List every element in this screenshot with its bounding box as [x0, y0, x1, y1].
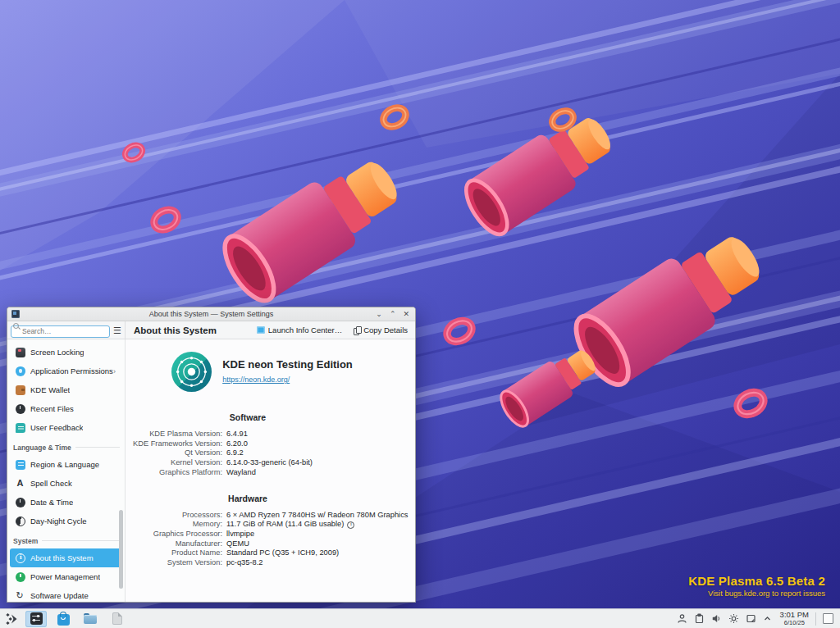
info-row: Graphics Processor:llvmpipe: [126, 530, 415, 539]
sidebar-item-region-language[interactable]: Region & Language: [10, 455, 122, 474]
close-icon[interactable]: ✕: [403, 310, 409, 318]
clipboard-tray-icon[interactable]: [694, 613, 705, 624]
date-time-icon: [16, 498, 25, 507]
region-language-icon: [16, 460, 25, 470]
sidebar-section-language-time: Language & Time: [7, 437, 125, 455]
distro-url-link[interactable]: https://neon.kde.org/: [222, 375, 290, 384]
page-title: About this System: [126, 325, 217, 335]
volume-tray-icon[interactable]: [711, 613, 722, 624]
taskbar-task-document[interactable]: [107, 611, 128, 627]
kde-neon-logo: [171, 352, 212, 392]
search-input[interactable]: [11, 325, 110, 338]
info-row: Kernel Version:6.14.0-33-generic (64-bit…: [126, 458, 415, 468]
show-desktop-button[interactable]: [823, 613, 833, 624]
application-launcher-icon[interactable]: [5, 612, 20, 626]
sidebar-item-power-management[interactable]: Power Management: [10, 567, 122, 586]
hardware-info-table: Processors:6 × AMD Ryzen 7 7840HS w/ Rad…: [126, 511, 415, 568]
info-row: Qt Version:6.9.2: [126, 448, 415, 458]
info-center-icon: [257, 326, 265, 334]
taskbar-divider: [815, 612, 816, 626]
info-circle-icon: [16, 553, 25, 563]
folder-icon: [84, 613, 97, 624]
software-section-title: Software: [126, 412, 370, 422]
hardware-section-title: Hardware: [126, 494, 370, 503]
memory-info-icon[interactable]: [347, 521, 354, 529]
distro-name: KDE neon Testing Edition: [222, 358, 353, 371]
sidebar-item-recent-files[interactable]: Recent Files: [10, 399, 122, 418]
about-content: KDE neon Testing Edition https://neon.kd…: [126, 339, 415, 602]
sidebar-scrollbar[interactable]: [119, 510, 123, 589]
day-night-icon: [16, 517, 25, 526]
info-row: Manufacturer:QEMU: [126, 539, 415, 549]
info-row: Memory: 11.7 GiB of RAM (11.4 GiB usable…: [126, 520, 415, 530]
document-icon: [112, 612, 122, 625]
sidebar-header: ☰: [7, 321, 126, 339]
feedback-bubble-icon: [16, 423, 25, 433]
maximize-icon[interactable]: ⌃: [390, 310, 396, 318]
beta-version-label: KDE Plasma 6.5 Beta 2: [688, 574, 825, 588]
sidebar-item-kde-wallet[interactable]: KDE Wallet: [10, 380, 122, 399]
info-row: Graphics Platform:Wayland: [126, 468, 415, 478]
hamburger-menu-icon[interactable]: ☰: [113, 326, 121, 334]
info-row: KDE Frameworks Version:6.20.0: [126, 439, 415, 449]
notifications-tray-icon[interactable]: [746, 613, 756, 624]
update-arrows-icon: [16, 591, 25, 601]
clock-date: 6/10/25: [780, 620, 809, 626]
clock-time: 3:01 PM: [780, 611, 809, 619]
info-row: Processors:6 × AMD Ryzen 7 7840HS w/ Rad…: [126, 511, 415, 521]
taskbar: 3:01 PM 6/10/25: [0, 608, 840, 628]
info-row: Product Name:Standard PC (Q35 + ICH9, 20…: [126, 548, 415, 558]
copy-details-button[interactable]: Copy Details: [354, 325, 408, 334]
sidebar-item-spell-check[interactable]: Spell Check: [10, 474, 122, 493]
software-info-table: KDE Plasma Version:6.4.91 KDE Frameworks…: [126, 430, 415, 478]
digital-clock[interactable]: 3:01 PM 6/10/25: [780, 611, 809, 626]
desktop: KDE Plasma 6.5 Beta 2 Visit bugs.kde.org…: [0, 0, 840, 628]
window-toolbar: ☰ About this System Launch Info Center… …: [7, 321, 415, 339]
taskbar-task-system-settings[interactable]: [25, 611, 47, 627]
sidebar-item-day-night-cycle[interactable]: Day-Night Cycle: [10, 512, 122, 530]
brightness-tray-icon[interactable]: [728, 613, 739, 624]
info-row: KDE Plasma Version:6.4.91: [126, 430, 415, 439]
launch-info-center-button[interactable]: Launch Info Center…: [257, 325, 342, 334]
taskbar-task-discover[interactable]: [52, 611, 74, 627]
screen-locking-icon: [16, 348, 25, 357]
copy-icon: [354, 326, 360, 334]
window-titlebar[interactable]: About this System — System Settings ⌄ ⌃ …: [7, 307, 415, 321]
shield-icon: [16, 366, 25, 376]
power-icon: [16, 572, 25, 582]
sidebar-item-date-time[interactable]: Date & Time: [10, 493, 122, 512]
wallet-icon: [16, 385, 25, 395]
system-settings-window: About this System — System Settings ⌄ ⌃ …: [7, 307, 416, 603]
sidebar-item-screen-locking[interactable]: Screen Locking: [10, 343, 122, 362]
user-tray-icon[interactable]: [677, 613, 687, 624]
info-row: System Version:pc-q35-8.2: [126, 558, 415, 568]
sidebar-item-application-permissions[interactable]: Application Permissions ›: [10, 362, 122, 380]
plasma-beta-watermark: KDE Plasma 6.5 Beta 2 Visit bugs.kde.org…: [688, 574, 825, 598]
sidebar-item-user-feedback[interactable]: User Feedback: [10, 418, 122, 437]
taskbar-task-file-manager[interactable]: [80, 611, 101, 627]
clock-icon: [16, 404, 25, 414]
settings-sidebar: Screen Locking Application Permissions ›…: [7, 339, 126, 602]
sidebar-item-software-update[interactable]: Software Update: [10, 586, 122, 602]
tray-expander-chevron-icon[interactable]: [763, 614, 772, 623]
minimize-icon[interactable]: ⌄: [376, 310, 382, 318]
beta-report-label: Visit bugs.kde.org to report issues: [688, 589, 825, 598]
window-title: About this System — System Settings: [7, 310, 415, 318]
sidebar-item-about-this-system[interactable]: About this System: [10, 548, 122, 567]
system-settings-icon: [30, 612, 43, 625]
sidebar-section-system: System: [7, 530, 125, 548]
chevron-right-icon: ›: [113, 367, 116, 375]
spell-check-icon: [16, 479, 25, 489]
discover-icon: [57, 614, 70, 626]
